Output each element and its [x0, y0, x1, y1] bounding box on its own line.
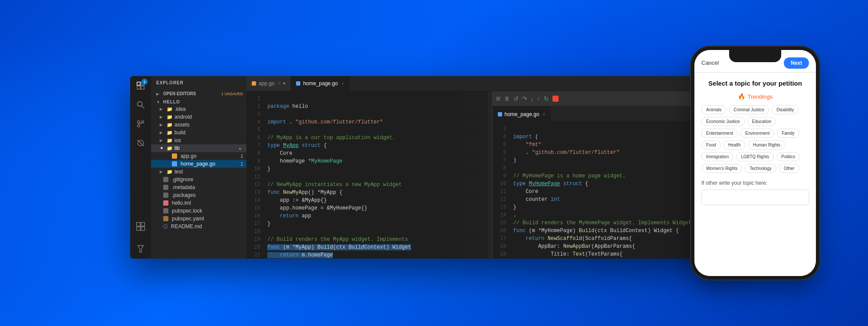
cancel-button[interactable]: Cancel: [701, 60, 719, 66]
sidebar-item-app-go[interactable]: app.go 1: [151, 152, 247, 160]
open-editors-label: OPEN EDITORS: [163, 91, 218, 96]
tag-family[interactable]: Family: [777, 129, 799, 138]
project-arrow: ▼: [156, 100, 161, 104]
stop-icon[interactable]: [552, 96, 559, 102]
folder-icon-ios: 📁: [167, 138, 173, 143]
sidebar-item-packages[interactable]: .packages: [151, 191, 247, 199]
sidebar-item-build[interactable]: ▶ 📁 build: [151, 129, 247, 136]
tab-icon-app-go: [252, 81, 256, 86]
test-icon[interactable]: [135, 243, 147, 255]
next-button[interactable]: Next: [784, 57, 809, 69]
phone-mockup: Cancel Next Select a topic for your peti…: [694, 50, 816, 276]
project-root[interactable]: ▼ HELLO: [151, 99, 247, 105]
tag-economic-justice[interactable]: Economic Justice: [701, 117, 745, 126]
tag-disability[interactable]: Disability: [772, 105, 799, 114]
tag-health[interactable]: Health: [723, 140, 746, 150]
sidebar-item-ios[interactable]: ▶ 📁 ios: [151, 136, 247, 144]
sidebar-item-metadata[interactable]: .metadata: [151, 183, 247, 191]
pane-tab-close[interactable]: ×: [543, 112, 546, 116]
tag-womens-rights[interactable]: Women's Rights: [701, 164, 742, 173]
topic-input[interactable]: [701, 190, 809, 205]
step-in-icon[interactable]: ↓: [531, 95, 534, 102]
sidebar-item-readme[interactable]: i README.md: [151, 223, 247, 230]
sidebar-item-hello-iml[interactable]: hello.iml: [151, 199, 247, 207]
tag-other[interactable]: Other: [779, 164, 799, 173]
activity-bar: 1: [130, 76, 151, 259]
code-left[interactable]: package hello import . "github.com/flutt…: [264, 91, 462, 259]
svg-rect-12: [141, 223, 145, 226]
modified-badge-home: 1: [240, 162, 243, 166]
tab-close-home[interactable]: ×: [341, 81, 344, 86]
modified-badge-app: 1: [240, 154, 243, 159]
tags-container: Animals Criminal Justice Disability Econ…: [701, 105, 809, 173]
line-numbers-left: 12345 678910 1112131415 161718192021: [247, 91, 264, 259]
sidebar-item-home-page-go[interactable]: home_page.go 1: [151, 160, 247, 168]
sidebar-item-gitignore[interactable]: .gitignore: [151, 176, 247, 183]
phone-container: Cancel Next Select a topic for your peti…: [694, 50, 816, 276]
petition-title: Select a topic for your petition: [701, 80, 809, 87]
extensions-icon[interactable]: [135, 220, 147, 233]
folder-icon-assets: 📁: [167, 122, 173, 128]
sidebar: EXPLORER ▶ OPEN EDITORS 1 UNSAVED ▼ HELL…: [151, 76, 247, 259]
tag-technology[interactable]: Technology: [745, 164, 776, 173]
file-icon-gitignore: [163, 177, 168, 182]
fire-icon: 🔥: [738, 93, 745, 100]
tag-education[interactable]: Education: [747, 117, 776, 126]
tab-close-app-go[interactable]: ×: [278, 81, 281, 86]
phone-notch: [729, 50, 781, 62]
svg-point-4: [138, 102, 142, 106]
line-numbers-right: 34567 89101112 1314151617 1819202122 232…: [493, 122, 510, 259]
sidebar-item-idea[interactable]: ▶ 📁 .idea: [151, 105, 247, 113]
pane-tab-home-page[interactable]: home_page.go ×: [493, 106, 551, 122]
tab-home-page-go[interactable]: home_page.go ×: [291, 76, 349, 91]
file-icon-lock: [163, 208, 168, 213]
search-activity-icon[interactable]: [135, 99, 147, 111]
tag-politics[interactable]: Politics: [776, 152, 800, 161]
step-out-icon[interactable]: ↑: [537, 95, 540, 102]
step-over-icon[interactable]: ↷: [522, 95, 527, 102]
hot-reload-icon[interactable]: ↻: [544, 95, 549, 102]
sidebar-item-lib[interactable]: ▼ 📁 lib ●: [151, 144, 247, 152]
tag-human-rights[interactable]: Human Rights: [748, 140, 785, 150]
svg-point-8: [141, 121, 144, 123]
explorer-icon[interactable]: 1: [135, 80, 147, 92]
pause-icon[interactable]: ⏸: [504, 95, 510, 102]
open-editors-arrow: ▶: [156, 92, 161, 96]
tab-label-home: home_page.go: [303, 80, 338, 86]
scrollbar-left[interactable]: [488, 91, 492, 259]
svg-line-10: [138, 140, 144, 146]
tag-entertainment[interactable]: Entertainment: [701, 129, 738, 138]
file-icon-app-go: [172, 153, 177, 159]
restart-icon[interactable]: ↺: [513, 95, 519, 102]
tag-animals[interactable]: Animals: [701, 105, 727, 114]
unsaved-badge: 1 UNSAVED: [221, 92, 243, 96]
svg-rect-11: [137, 223, 140, 226]
sidebar-item-android[interactable]: ▶ 📁 android: [151, 113, 247, 121]
sidebar-item-pubspec-lock[interactable]: pubspec.lock: [151, 207, 247, 215]
tag-immigration[interactable]: Immigration: [701, 152, 733, 161]
code-right[interactable]: import ( "fmt" . "github.com/flutter/flu…: [510, 122, 708, 259]
tag-lgbtq-rights[interactable]: LGBTQ Rights: [736, 152, 774, 161]
open-editors-header[interactable]: ▶ OPEN EDITORS 1 UNSAVED: [151, 90, 247, 97]
tag-environment[interactable]: Environment: [740, 129, 774, 138]
sidebar-item-pubspec-yaml[interactable]: pubspec.yaml: [151, 215, 247, 223]
tag-criminal-justice[interactable]: Criminal Justice: [729, 105, 769, 114]
svg-rect-14: [141, 227, 145, 230]
tag-food[interactable]: Food: [701, 140, 721, 150]
svg-rect-2: [137, 86, 140, 89]
folder-icon-test: 📁: [167, 169, 173, 175]
file-icon-readme: i: [163, 224, 168, 229]
folder-icon: 📁: [167, 106, 173, 112]
debug-icon[interactable]: [135, 137, 147, 149]
svg-point-6: [138, 121, 140, 123]
sidebar-item-test[interactable]: ▶ 📁 test: [151, 168, 247, 176]
trending-header: 🔥 Trendings: [701, 93, 809, 100]
sidebar-item-assets[interactable]: ▶ 📁 assets: [151, 121, 247, 129]
tab-app-go[interactable]: app.go ×: [247, 76, 291, 91]
input-label: If other write your topic here:: [701, 180, 809, 186]
svg-rect-13: [137, 227, 140, 230]
file-icon-packages: [163, 193, 168, 198]
svg-rect-3: [141, 86, 144, 89]
sidebar-title: EXPLORER: [151, 76, 247, 90]
source-control-icon[interactable]: [135, 118, 147, 130]
